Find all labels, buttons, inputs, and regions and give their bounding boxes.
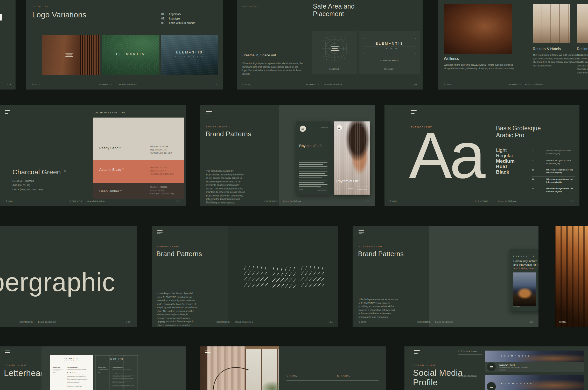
footer-doc: Brand Guidelines <box>435 321 453 323</box>
copyright: © 2024 <box>359 321 366 323</box>
elementis-logotype: ELEM≡NTIS <box>102 52 159 56</box>
elementis-logotype: ELEM≡NTIS <box>161 51 218 54</box>
x-note: X = width from letter "M" <box>359 60 420 61</box>
slide-brand-patterns-3[interactable]: SUPERGRAPHIC Brand Patterns This dash pa… <box>353 226 538 327</box>
swatch-codes: Hex Code : #3E362ERGB (62, 54, 46)CMYK (… <box>150 186 174 195</box>
poster-mockup-panel: Bibendum diam Rhythm of Life ©2024 Facil… <box>279 105 375 206</box>
slide-brand-patterns-1[interactable]: SUPERGRAPHIC Brand Patterns The brand pa… <box>200 105 375 206</box>
youtube-channel-card: ELEMENTIS.co @ELEMENTIS.co · 14K subscri… <box>485 362 584 372</box>
page-number: / 22 <box>176 200 180 203</box>
paper-letter-block: 10th December 2023 Varius nec urna cursu… <box>67 367 91 388</box>
logo-variation-list: 01.Logomark 02.Logotype 03.Logo with sub… <box>161 12 195 25</box>
font-family-name: Basis GrotesqueArabic Pro <box>496 125 541 139</box>
slide-eyebrow: BRAND IN USE <box>5 364 27 367</box>
banner-brand: E L E M ≡ N T I S <box>501 355 530 357</box>
resorts-photo <box>533 4 570 43</box>
slide-letterhead[interactable]: BRAND IN USE Letterhead ELEM≡NTIS U L U … <box>0 346 186 390</box>
column-heading: Residences <box>577 47 588 51</box>
interior-curtain-photo <box>200 346 279 390</box>
slide-footer: © 2024 ELEMENTIS Brand Guidelines / 15 <box>237 83 423 86</box>
poster-footer-left: Lorem Ipsum <box>513 306 520 308</box>
dash-pattern-graphic <box>244 266 324 290</box>
paper-brand: ELEM≡NTIS <box>50 358 93 360</box>
wellness-photo <box>444 4 512 54</box>
x-mark-icon: × <box>363 52 365 54</box>
slide-color-palette[interactable]: COLOR PALETTE — 01 Charcoal Green 01 Hex… <box>0 105 186 206</box>
primary-color-codes: Hex Code : #283530 RGB (80, 63, 90) CMYK… <box>12 179 43 191</box>
application-poster-a: E L E M ≡ N T I S Community, nature and … <box>510 249 538 311</box>
menu-icon <box>5 351 10 354</box>
logotype-safe-area-box: × × × × ELEM≡NTIS U B U D <box>364 39 415 53</box>
slide-vision-mission[interactable]: VISION : MISSION : <box>200 346 386 390</box>
color-index: 01 <box>64 170 66 172</box>
x-mark-icon: × <box>415 38 416 40</box>
specimen-row: 04 Whereas recognition of the inherent d… <box>532 177 575 186</box>
specimen-row: 01 Whereas recognition of the inherent d… <box>532 149 575 158</box>
logomark-safe-area-panel: ( Logomark ) <box>312 31 357 74</box>
footer-brand: ELEMENTIS <box>509 83 522 86</box>
copyright: © 2024 <box>390 200 397 203</box>
slide-safe-area[interactable]: LOGO USE: Safe Area andPlacement Breathe… <box>237 0 423 90</box>
slide-wellness[interactable]: Wellness Wellness reigns supreme at ELEM… <box>438 0 588 90</box>
slide-title: Social MediaProfile <box>413 368 463 387</box>
menu-icon <box>359 230 364 234</box>
slide-footer: © 2024 ELEMENTIS Brand Guidelines / 27 <box>384 200 579 203</box>
slide-brand-patterns-2[interactable]: SUPERGRAPHIC Brand Patterns Expanding on… <box>152 226 338 327</box>
slide-footer: © 2024 ELEMENTIS Brand Guidelines / 34 <box>152 321 338 324</box>
poster-photo <box>513 272 536 306</box>
slide-supergraphic-title[interactable]: Supergraphic © 2024 ELEMENTIS Brand Guid… <box>0 226 137 327</box>
swatch-codes: Hex Code : #CA7057RGB (202, 125, 87)CMYK… <box>150 166 174 176</box>
poster-headline: Community, nature and innovation for lon… <box>513 259 538 270</box>
logomark-bars <box>490 366 493 367</box>
sub-brand-label: U L U W A T U <box>161 56 218 57</box>
swatch-autumn-blaze[interactable]: Autumn Blaze03 Hex Code : #CA7057RGB (20… <box>93 160 184 183</box>
specimen-row: 02 Whereas recognition of the inherent d… <box>532 158 575 167</box>
subscribe-pill[interactable] <box>499 369 506 371</box>
page-number: / 34 <box>329 321 333 323</box>
slide-eyebrow: SUPERGRAPHIC <box>206 125 231 128</box>
slide-title: Brand Patterns <box>156 250 202 258</box>
mission-label: MISSION : <box>337 375 353 378</box>
slide-title: Brand Patterns <box>358 250 404 258</box>
copyright: © 2024 <box>6 200 13 203</box>
rhythm-poster-green: Bibendum diam Rhythm of Life ©2024 Facil… <box>296 121 331 195</box>
paper-letter-block: 10th December 2023 Varius nec urna cursu… <box>113 367 136 388</box>
slide-logo-variations[interactable]: LOGO USE Logo Variations 01.Logomark 02.… <box>26 0 223 90</box>
pattern-panel <box>228 226 338 327</box>
design-canvas: / 08 LOGO USE Logo Variations 01.Logomar… <box>0 0 588 390</box>
weight-item: Regular <box>496 153 515 158</box>
slide-eyebrow: LOGO USE <box>33 5 49 8</box>
page-number: / 33 <box>366 200 369 203</box>
logotype-on-green-image: ELEM≡NTIS <box>102 35 159 75</box>
primary-color-name: Charcoal Green 01 <box>12 168 66 176</box>
copyright: © 2024 <box>444 83 451 86</box>
youtube-cover-label: 01 / Youtube Cover <box>458 350 477 353</box>
slide-partial-left[interactable]: / 08 <box>0 0 16 90</box>
copyright: © 2024 <box>242 83 250 86</box>
footer-brand: ELEMENTIS <box>306 83 319 86</box>
slide-footer: © 2024 ELEMENTIS Brand Guidelines / 14 <box>26 83 223 86</box>
swatch-pearly-sand[interactable]: Pearly Sand02 Hex Code : #D1CCBFRGB (209… <box>93 118 184 160</box>
weight-item: Medium <box>496 158 515 164</box>
slide-footer: © 2024 ELEMENTIS Brand Guidelines / 33 <box>200 200 375 203</box>
letterhead-paper-grid: ELEM≡NTIS U L U W A T U Recipient Name C… <box>95 355 138 390</box>
slide-partial-photo[interactable]: © 2024 <box>555 226 588 327</box>
slide-footer: © 2024 ELEMENTIS Brand Guidelines / 22 <box>0 200 186 203</box>
type-specimen: Aa <box>409 123 483 188</box>
slide-footer: © 2024 ELEMENTIS Brand Guidelines / 31 <box>0 321 137 324</box>
weight-item: Black <box>496 169 515 175</box>
list-item: 01.Logomark <box>161 12 195 16</box>
swatch-deep-umber[interactable]: Deep Umber04 Hex Code : #3E362ERGB (62, … <box>93 183 184 199</box>
guide-line <box>364 46 415 46</box>
page-avatar <box>487 382 496 390</box>
logo-badge-icon <box>337 125 342 130</box>
footer-brand: ELEMENTIS <box>69 200 82 203</box>
slide-social-media[interactable]: BRAND IN USE Social MediaProfile 01 / Yo… <box>404 346 588 390</box>
specimen-row: 05 Whereas recognition of the inherent d… <box>532 186 575 195</box>
specimen-rows: 01 Whereas recognition of the inherent d… <box>532 149 575 195</box>
rhythm-poster-photo: Bibendum diam Rhythm of Life 01 / Lorem … <box>334 121 370 195</box>
slide-typography[interactable]: TYPOGRAPHY Aa Basis GrotesqueArabic Pro … <box>384 105 579 206</box>
swatch-codes: Hex Code : #D1CCBFRGB (209, 204, 191)CMY… <box>150 145 172 155</box>
footer-brand: ELEMENTIS <box>99 83 112 86</box>
poster-brand: E L E M ≡ N T I S <box>513 255 534 257</box>
